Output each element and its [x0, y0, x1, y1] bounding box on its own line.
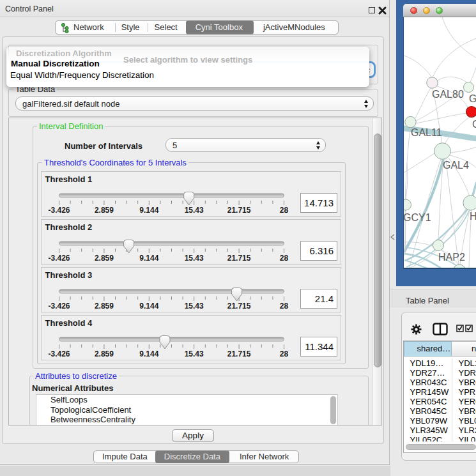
svg-text:15.43: 15.43 — [184, 254, 203, 263]
svg-text:-3.426: -3.426 — [48, 254, 70, 263]
svg-text:21.715: 21.715 — [227, 302, 250, 311]
svg-text:28: 28 — [279, 254, 288, 263]
svg-text:9.144: 9.144 — [139, 349, 158, 358]
svg-text:2.859: 2.859 — [94, 254, 113, 263]
svg-text:9.144: 9.144 — [139, 206, 158, 215]
svg-text:GAL11: GAL11 — [411, 127, 442, 138]
svg-text:HAP2: HAP2 — [438, 252, 465, 263]
svg-text:H: H — [470, 211, 476, 222]
svg-text:GAL4: GAL4 — [443, 160, 469, 171]
svg-text:2.859: 2.859 — [94, 206, 113, 215]
svg-text:9.144: 9.144 — [139, 254, 158, 263]
svg-text:GA: GA — [469, 93, 476, 104]
svg-text:2.859: 2.859 — [94, 349, 113, 358]
svg-text:15.43: 15.43 — [184, 349, 203, 358]
svg-text:GAL80: GAL80 — [432, 89, 464, 100]
svg-text:28: 28 — [279, 349, 288, 358]
svg-text:2.859: 2.859 — [94, 302, 113, 311]
svg-text:15.43: 15.43 — [184, 206, 203, 215]
svg-text:21.715: 21.715 — [227, 349, 250, 358]
svg-text:-3.426: -3.426 — [48, 302, 70, 311]
svg-text:GCY1: GCY1 — [404, 212, 431, 223]
svg-text:9.144: 9.144 — [139, 302, 158, 311]
svg-text:-3.426: -3.426 — [48, 206, 70, 215]
svg-text:21.715: 21.715 — [227, 254, 250, 263]
svg-text:C: C — [472, 119, 476, 130]
svg-text:28: 28 — [279, 302, 288, 311]
svg-text:15.43: 15.43 — [184, 302, 203, 311]
svg-text:-3.426: -3.426 — [48, 349, 70, 358]
svg-text:28: 28 — [279, 206, 288, 215]
svg-text:21.715: 21.715 — [227, 206, 250, 215]
